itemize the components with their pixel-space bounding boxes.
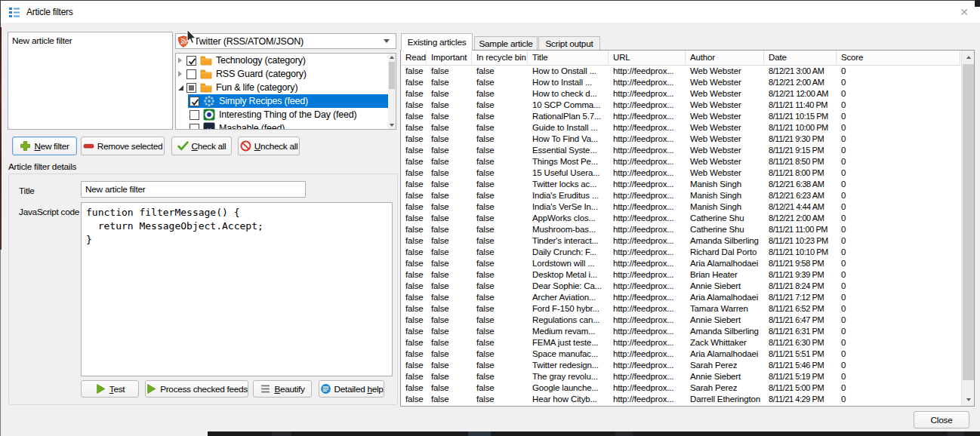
button-label: Check all (192, 141, 227, 152)
tree-scrollbar-thumb[interactable] (389, 62, 395, 89)
article-row[interactable]: falsefalsefalseThe gray revolu...http://… (401, 371, 960, 382)
article-cell: 0 (837, 303, 960, 315)
article-row[interactable]: falsefalsefalseRationalPlan 5.7...http:/… (401, 111, 960, 122)
tree-checkbox-partial[interactable] (186, 83, 196, 93)
tree-checkbox-checked[interactable] (186, 56, 196, 66)
column-header-read[interactable]: Read (401, 51, 427, 66)
table-scrollbar-thumb[interactable] (963, 64, 974, 380)
article-row[interactable]: falsefalsefalseFord F-150 hybr...http://… (401, 303, 960, 315)
article-row[interactable]: falsefalsefalse15 Useful Usera...http://… (401, 167, 960, 179)
article-row[interactable]: falsefalsefalseMedium revam...http://fee… (401, 326, 960, 337)
article-row[interactable]: falsefalsefalseSpace manufac...http://fe… (401, 348, 960, 360)
article-row[interactable]: falsefalsefalseTinder's interact...http:… (401, 235, 960, 247)
title-input[interactable] (81, 181, 306, 198)
column-header-date[interactable]: Date (764, 51, 837, 66)
check-all-button[interactable]: Check all (171, 137, 232, 155)
article-row[interactable]: falsefalsefalseFEMA just teste...http://… (401, 337, 960, 348)
article-cell: Web Webster (686, 134, 764, 145)
tree-collapsed-icon[interactable] (178, 71, 186, 77)
article-cell: false (427, 145, 472, 156)
article-row[interactable]: falsefalsefalseLordstown will ...http://… (401, 258, 960, 269)
tree-expanded-icon[interactable] (178, 85, 186, 91)
simply-recipes-feed-icon (203, 95, 215, 107)
table-scrollbar[interactable] (961, 51, 974, 406)
article-row[interactable]: falsefalsefalseHear how Cityb...http://f… (401, 394, 960, 405)
article-cell: Ford F-150 hybr... (528, 303, 609, 315)
article-row[interactable]: falsefalsefalseGuide to Install ...http:… (401, 122, 960, 134)
article-row[interactable]: falsefalsefalseRegulations can...http://… (401, 315, 960, 326)
article-row[interactable]: falsefalsefalseMushroom-bas...http://fee… (401, 224, 960, 235)
article-row[interactable]: falsefalsefalseDaily Crunch: F...http://… (401, 247, 960, 258)
tab-script-output[interactable]: Script output (538, 36, 600, 51)
article-row[interactable]: falsefalsefalseArcher Aviation...http://… (401, 292, 960, 303)
article-row[interactable]: falsefalsefalseAppWorks clos...http://fe… (401, 213, 960, 224)
beautify-button[interactable]: Beautify (253, 380, 312, 398)
remove-selected-button[interactable]: Remove selected (81, 137, 165, 155)
article-cell: 8/11/21 10:15 PM (764, 111, 837, 122)
scroll-down-icon[interactable] (962, 393, 975, 406)
article-cell: false (427, 156, 472, 167)
article-row[interactable]: falsefalsefalseTwitter locks ac...http:/… (401, 179, 960, 190)
process-checked-feeds-button[interactable]: Process checked feeds (145, 380, 248, 398)
article-cell: false (427, 201, 472, 213)
article-row[interactable]: falsefalsefalse10 SCP Comma...http://fee… (401, 100, 960, 111)
column-header-in-recycle-bin[interactable]: In recycle bin (472, 51, 528, 66)
article-row[interactable]: falsefalsefalseGoogle launche...http://f… (401, 382, 960, 394)
tree-checkbox-unchecked[interactable] (186, 69, 196, 79)
feed-tree-item[interactable]: Interesting Thing of the Day (feed) (176, 108, 388, 121)
article-row[interactable]: falsefalsefalseHow to Install ...http://… (401, 77, 960, 88)
feed-tree[interactable]: Technology (category)RSS Guard (category… (175, 53, 396, 130)
article-cell: Mushroom-bas... (528, 224, 609, 235)
table-header[interactable]: ReadImportantIn recycle binTitleURLAutho… (401, 51, 960, 66)
test-button[interactable]: Test (81, 380, 139, 398)
article-row[interactable]: falsefalsefalseHow To Find Va...http://f… (401, 134, 960, 145)
tree-collapsed-icon[interactable] (178, 57, 186, 63)
tree-checkbox-unchecked[interactable] (190, 124, 199, 130)
article-filters-list[interactable]: New article filter (8, 32, 173, 130)
close-button[interactable]: Close (914, 411, 969, 428)
tree-scrollbar[interactable] (388, 54, 396, 129)
article-cell: Annie Siebert (686, 281, 764, 292)
article-row[interactable]: falsefalsefalseDesktop Metal i...http://… (401, 269, 960, 281)
uncheck-all-button[interactable]: Uncheck all (238, 137, 300, 155)
tab-existing-articles[interactable]: Existing articles (401, 33, 473, 51)
tab-sample-article[interactable]: Sample article (474, 36, 538, 51)
article-cell: 0 (837, 292, 960, 303)
column-header-url[interactable]: URL (609, 51, 686, 66)
article-row[interactable]: falsefalsefalseThings Most Pe...http://f… (401, 156, 960, 167)
feed-tree-item[interactable]: Fun & life (category) (176, 81, 388, 94)
article-row[interactable]: falsefalsefalseIndia's Eruditus ...http:… (401, 190, 960, 201)
tree-checkbox-unchecked[interactable] (190, 110, 199, 120)
feed-tree-item[interactable]: MMashable (feed) (176, 121, 388, 130)
article-row[interactable]: falsefalsefalseEssential Syste...http://… (401, 145, 960, 156)
scroll-down-icon[interactable] (388, 121, 396, 129)
feed-selector-dropdown[interactable]: Twitter (RSS/ATOM/JSON) (175, 33, 396, 49)
column-header-score[interactable]: Score (837, 51, 960, 66)
tree-checkbox-checked[interactable] (190, 97, 199, 106)
article-cell: http://feedprox... (609, 66, 686, 77)
column-header-author[interactable]: Author (686, 51, 764, 66)
feed-tree-item-label: Technology (category) (216, 55, 306, 66)
javascript-code-editor[interactable]: function filterMessage() { return Messag… (81, 202, 393, 376)
article-row[interactable]: falsefalsefalseHow to Onstall ...http://… (401, 66, 960, 77)
feed-tree-item[interactable]: Simply Recipes (feed) (176, 94, 388, 108)
article-cell: false (472, 371, 528, 382)
new-filter-button[interactable]: New filter (12, 137, 77, 155)
article-row[interactable]: falsefalsefalseTwitter redesign...http:/… (401, 360, 960, 371)
article-row[interactable]: falsefalsefalseDear Sophie: Ca...http://… (401, 281, 960, 292)
scroll-up-icon[interactable] (962, 51, 975, 63)
feed-tree-item[interactable]: RSS Guard (category) (176, 67, 388, 81)
article-cell: 0 (837, 224, 960, 235)
article-cell: false (401, 224, 427, 235)
filter-list-item[interactable]: New article filter (12, 35, 168, 48)
feed-tree-item[interactable]: Technology (category) (176, 54, 388, 67)
window-close-icon[interactable]: ✕ (957, 5, 971, 19)
column-header-important[interactable]: Important (427, 51, 472, 66)
article-cell: false (401, 269, 427, 281)
detailed-help-button[interactable]: Detailed help (319, 380, 384, 398)
article-row[interactable]: falsefalsefalseIndia's VerSe In...http:/… (401, 201, 960, 213)
scroll-up-icon[interactable] (388, 54, 396, 61)
column-header-title[interactable]: Title (528, 51, 609, 66)
article-cell: Twitter redesign... (528, 360, 609, 371)
article-row[interactable]: falsefalsefalseHow to check d...http://f… (401, 88, 960, 100)
